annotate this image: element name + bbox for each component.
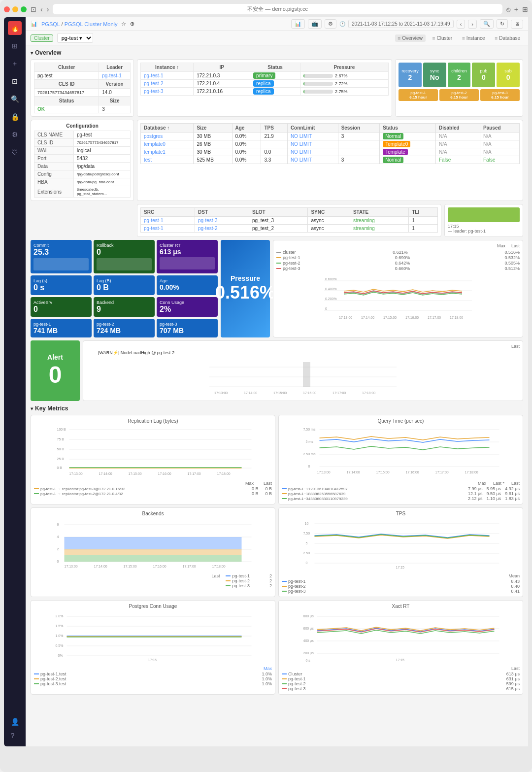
metrics-row: Commit 25.3 Rollback 0 Cluster RT: [31, 240, 523, 337]
pressure-big-label: Pressure: [231, 274, 260, 282]
rep-header-slot: SLOT: [249, 208, 308, 217]
nav-forward-icon[interactable]: ›: [47, 5, 49, 13]
config-title: Configuration: [34, 123, 131, 129]
view-btn-instance[interactable]: ≡ Instance: [459, 34, 488, 42]
address-bar[interactable]: 不安全 — demo.pigsty.cc: [53, 4, 502, 14]
rep-lag-row-2: pg-test-1 → replicator:pg-test-2@172.21.…: [34, 491, 272, 496]
sidebar-icon-gear[interactable]: ⚙: [9, 128, 21, 141]
new-tab-icon[interactable]: +: [514, 5, 518, 13]
metric-commit: Commit 25.3: [31, 240, 92, 273]
rep-1-dst[interactable]: pg-test-3: [198, 218, 217, 223]
db-header-connlimit: ConnLimit: [287, 124, 338, 133]
instance-2-link[interactable]: pg-test-2: [144, 81, 163, 86]
instance-1-link[interactable]: pg-test-1: [144, 73, 163, 78]
share-icon[interactable]: ⊕: [130, 21, 134, 27]
nav-next-icon[interactable]: ›: [468, 20, 477, 29]
breadcrumb-cluster[interactable]: PGSQL Cluster Monly: [65, 21, 118, 27]
instance-3-status: replica: [253, 88, 273, 95]
app-icon: 📊: [31, 21, 37, 27]
db-test-session: 3: [338, 156, 380, 164]
tabs-icon[interactable]: ⊞: [522, 5, 528, 13]
chart-icon[interactable]: 📊: [291, 19, 305, 29]
tv-icon[interactable]: 📺: [308, 19, 322, 29]
main-content: 📊 PGSQL / PGSQL Cluster Monly ☆ ⊕ 📊 📺 ⚙ …: [26, 17, 528, 746]
db-template1-session: [338, 148, 380, 156]
config-cls-id-key: CLS ID: [34, 139, 74, 147]
svg-text:2.0%: 2.0%: [56, 614, 64, 618]
db-template1-link[interactable]: template1: [144, 149, 166, 155]
db-template0-link[interactable]: template0: [144, 141, 166, 147]
key-metrics-title[interactable]: Key Metrics: [31, 405, 523, 412]
db-test-tps: 3.3: [261, 156, 287, 164]
refresh-icon[interactable]: ↻: [497, 19, 508, 29]
sidebar-icon-search[interactable]: 🔍: [8, 92, 22, 106]
svg-text:17:15: 17:15: [148, 658, 157, 662]
db-test-link[interactable]: test: [144, 157, 152, 163]
share-icon[interactable]: ⎋: [506, 5, 510, 13]
svg-text:1.5%: 1.5%: [56, 624, 64, 628]
nav-prev-icon[interactable]: ‹: [457, 20, 466, 29]
minimize-button[interactable]: [12, 6, 18, 12]
instance-3-link[interactable]: pg-test-3: [144, 89, 163, 94]
settings-icon[interactable]: ⚙: [325, 19, 336, 29]
rep-2-state: streaming: [350, 225, 408, 233]
rep-2-src[interactable]: pg-test-1: [144, 226, 163, 231]
rep-1-src[interactable]: pg-test-1: [144, 218, 163, 223]
status-value: OK: [34, 105, 99, 113]
cluster-label: Cluster: [34, 63, 99, 72]
sidebar-icon-help[interactable]: ?: [8, 729, 22, 742]
overview-section-title[interactable]: Overview: [31, 49, 523, 56]
db-header-name: Database ↑: [141, 124, 194, 133]
alert-chart-legend: [WARN⚡] NodeLoadHigh @ pg-test-2: [86, 350, 520, 355]
db-template0-status: Template0: [383, 141, 410, 147]
sidebar-icon-user[interactable]: 👤: [8, 715, 22, 729]
nav-back-icon[interactable]: ‹: [40, 5, 43, 13]
close-button[interactable]: [4, 6, 10, 12]
sidebar-icon-dashboard[interactable]: ⊡: [9, 74, 21, 88]
nav-sidebar-icon[interactable]: ⊡: [31, 5, 36, 13]
metrics-mid-row: Lag (s) 0 s Lag (B) 0 B Age 0.00%: [31, 275, 218, 295]
alert-chart-card: Last [WARN⚡] NodeLoadHigh @ pg-test-2: [83, 340, 523, 401]
maximize-button[interactable]: [21, 6, 27, 12]
view-btn-database[interactable]: ≡ Database: [492, 34, 523, 42]
env-select[interactable]: pg-test ▾: [57, 33, 93, 43]
treemap-sub: sub 0: [497, 63, 520, 87]
sidebar-icon-grid[interactable]: ⊞: [9, 39, 21, 53]
db-template1-disabled: N/A: [435, 148, 480, 156]
db-row-postgres: postgres 30 MB 0.0% 21.9 NO LIMIT 3 Norm…: [141, 133, 520, 140]
svg-text:25 B: 25 B: [57, 457, 65, 461]
monitor-icon[interactable]: 🖥: [511, 20, 523, 29]
leader-value[interactable]: pg-test-1: [99, 72, 131, 80]
commit-value: 25.3: [33, 248, 89, 257]
sidebar-icon-plus[interactable]: +: [10, 57, 20, 70]
rep-2-dst[interactable]: pg-test-2: [198, 226, 217, 231]
breadcrumb-pgsql[interactable]: PGSQL: [41, 21, 60, 27]
star-icon[interactable]: ☆: [121, 21, 126, 27]
rep-header-state: STATE: [350, 208, 408, 217]
svg-rect-18: [303, 362, 310, 387]
zoom-icon[interactable]: 🔍: [480, 19, 494, 29]
db-template1-status: Template: [383, 149, 408, 155]
time-range[interactable]: 2021-11-03 17:12:25 to 2021-11-03 17:19:…: [348, 20, 454, 28]
view-btn-cluster[interactable]: ≡ Cluster: [430, 34, 455, 42]
leader-bar: [448, 207, 520, 222]
config-data-val: /pg/data: [74, 163, 131, 170]
svg-text:600 μs: 600 μs: [303, 627, 314, 631]
sidebar-icon-shield[interactable]: 🛡: [8, 145, 21, 159]
metric-conn-usage: Conn Usage 2%: [157, 297, 218, 317]
view-btn-overview[interactable]: ≡ Overview: [395, 34, 426, 42]
rollback-value: 0: [97, 248, 152, 257]
query-time-svg: 7.50 ms 5 ms 2.50 ms 0: [282, 426, 520, 480]
treemap: recovery 2 sync No children 2: [399, 63, 520, 87]
config-port-val: 5432: [74, 155, 131, 163]
db-postgres-link[interactable]: postgres: [144, 134, 163, 139]
inst-mem-2-value: 724 MB: [97, 327, 152, 335]
svg-text:0.400%: 0.400%: [325, 287, 337, 291]
app-logo[interactable]: 🔥: [8, 21, 22, 35]
replication-table: SRC DST SLOT SYNC STATE TLI pg-test-1 pg…: [140, 207, 438, 233]
svg-text:0 B: 0 B: [57, 466, 63, 470]
leader-label: Leader: [99, 63, 131, 72]
sidebar-icon-lock[interactable]: 🔒: [8, 110, 22, 124]
svg-text:17:15: 17:15: [396, 658, 405, 662]
rep-lag-header: MaxLast: [34, 481, 272, 486]
